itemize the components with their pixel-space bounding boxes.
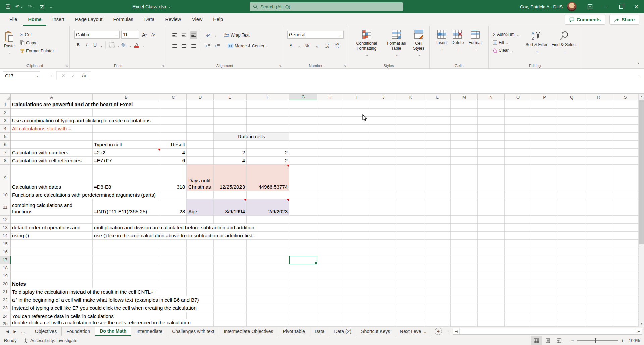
cell-I7[interactable] <box>343 149 370 157</box>
alignment-dialog-launcher-icon[interactable]: ⇘ <box>279 64 282 67</box>
cell-E2[interactable] <box>214 109 247 117</box>
cell-Q21[interactable] <box>558 288 585 296</box>
cell-E20[interactable] <box>214 280 247 288</box>
column-header-R[interactable]: R <box>585 94 612 100</box>
cell-R5[interactable] <box>585 133 612 141</box>
cell-K6[interactable] <box>397 141 424 149</box>
cell-H14[interactable] <box>317 232 343 240</box>
cell-C6[interactable]: Result <box>160 141 187 149</box>
merge-center-button[interactable]: Merge & Center <box>228 44 269 48</box>
cell-D1[interactable] <box>187 100 214 109</box>
column-header-F[interactable]: F <box>247 94 289 100</box>
column-header-C[interactable]: C <box>160 94 187 100</box>
cell-F17[interactable] <box>247 256 289 264</box>
cell-C19[interactable] <box>160 272 187 280</box>
cell-G23[interactable] <box>289 304 317 312</box>
cell-E9[interactable]: 12/25/2023 <box>214 165 247 191</box>
cell-A7[interactable]: Calculation with numbers <box>11 149 93 157</box>
cell-P7[interactable] <box>531 149 558 157</box>
cell-S15[interactable] <box>612 240 638 248</box>
cell-Q13[interactable] <box>558 224 585 232</box>
cell-M1[interactable] <box>451 100 478 109</box>
cell-O16[interactable] <box>505 248 531 256</box>
cell-A21[interactable]: To display the calculation instead of th… <box>11 288 93 296</box>
cell-G15[interactable] <box>289 240 317 248</box>
cell-B13[interactable]: multiplication and division are calculat… <box>93 224 160 232</box>
cell-Q10[interactable] <box>558 191 585 199</box>
underline-dropdown[interactable] <box>100 42 103 48</box>
cell-K17[interactable] <box>397 256 424 264</box>
cell-P16[interactable] <box>531 248 558 256</box>
cell-E6[interactable] <box>214 141 247 149</box>
cell-O13[interactable] <box>505 224 531 232</box>
autosum-button[interactable]: Σ AutoSum <box>493 31 519 37</box>
cell-J14[interactable] <box>370 232 397 240</box>
ribbon-display-options-icon[interactable] <box>582 0 598 13</box>
cell-I9[interactable] <box>343 165 370 191</box>
cell-G1[interactable] <box>289 100 317 109</box>
column-header-Q[interactable]: Q <box>558 94 585 100</box>
cell-B7[interactable]: =2+2 <box>93 149 160 157</box>
cell-H24[interactable] <box>317 312 343 320</box>
cell-S25[interactable] <box>612 320 638 327</box>
conditional-formatting-dropdown[interactable] <box>365 52 368 58</box>
cell-N14[interactable] <box>478 232 505 240</box>
cell-G17[interactable] <box>289 256 317 264</box>
cell-R23[interactable] <box>585 304 612 312</box>
cell-E17[interactable] <box>214 256 247 264</box>
cell-R7[interactable] <box>585 149 612 157</box>
cell-D15[interactable] <box>187 240 214 248</box>
cell-F25[interactable] <box>247 320 289 327</box>
cell-E8[interactable]: 4 <box>214 157 247 165</box>
cell-J3[interactable] <box>370 117 397 125</box>
row-header-9[interactable]: 9 <box>0 165 11 191</box>
cell-H21[interactable] <box>317 288 343 296</box>
cell-C9[interactable]: 318 <box>160 165 187 191</box>
cell-P13[interactable] <box>531 224 558 232</box>
align-center-icon[interactable] <box>180 42 188 50</box>
cell-C11[interactable]: 28 <box>160 199 187 216</box>
cell-L23[interactable] <box>424 304 451 312</box>
cell-F12[interactable] <box>247 216 289 224</box>
cell-P2[interactable] <box>531 109 558 117</box>
cell-C3[interactable] <box>160 117 187 125</box>
cell-K18[interactable] <box>397 264 424 272</box>
cell-N1[interactable] <box>478 100 505 109</box>
accounting-format-icon[interactable]: $ <box>287 42 295 49</box>
close-button[interactable]: ✕ <box>629 0 644 13</box>
cell-I25[interactable] <box>343 320 370 327</box>
cell-R19[interactable] <box>585 272 612 280</box>
cell-G20[interactable] <box>289 280 317 288</box>
cell-O19[interactable] <box>505 272 531 280</box>
decrease-decimal-icon[interactable]: .00→0 <box>333 42 341 49</box>
cell-C16[interactable] <box>160 248 187 256</box>
name-box[interactable]: G17 <box>3 71 40 80</box>
cell-L1[interactable] <box>424 100 451 109</box>
cell-O18[interactable] <box>505 264 531 272</box>
cell-N18[interactable] <box>478 264 505 272</box>
cell-L17[interactable] <box>424 256 451 264</box>
column-header-L[interactable]: L <box>424 94 451 100</box>
cell-J10[interactable] <box>370 191 397 199</box>
increase-decimal-icon[interactable]: ←0.00 <box>323 42 331 49</box>
cell-K19[interactable] <box>397 272 424 280</box>
cell-P10[interactable] <box>531 191 558 199</box>
sheet-tab-intermediate-objectives[interactable]: Intermediate Objectives <box>219 327 278 336</box>
cell-H1[interactable] <box>317 100 343 109</box>
cell-L4[interactable] <box>424 125 451 133</box>
font-name-combo[interactable]: Calibri <box>74 31 120 39</box>
cell-A18[interactable] <box>11 264 93 272</box>
bold-button[interactable]: B <box>74 41 82 49</box>
cell-E4[interactable] <box>214 125 247 133</box>
italic-button[interactable]: I <box>83 41 90 49</box>
cell-M23[interactable] <box>451 304 478 312</box>
cell-A19[interactable] <box>11 272 93 280</box>
cell-G12[interactable] <box>289 216 317 224</box>
row-header-10[interactable]: 10 <box>0 191 11 199</box>
cell-E15[interactable] <box>214 240 247 248</box>
zoom-out-icon[interactable]: − <box>571 338 574 343</box>
decrease-indent-icon[interactable] <box>204 42 212 50</box>
cell-R24[interactable] <box>585 312 612 320</box>
cell-D11[interactable]: Age <box>187 199 214 216</box>
cell-C15[interactable] <box>160 240 187 248</box>
